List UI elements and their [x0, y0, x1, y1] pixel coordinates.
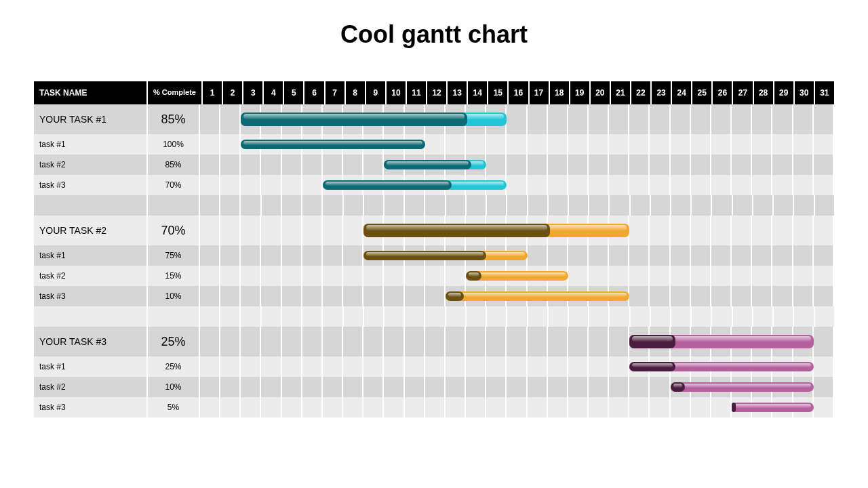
gantt-bar-progress	[323, 180, 452, 190]
gantt-gap-row	[34, 306, 834, 327]
task-pct-cell: 25%	[148, 327, 200, 357]
col-day-13: 13	[448, 81, 468, 104]
gantt-bar-progress	[363, 224, 549, 237]
col-day-28: 28	[754, 81, 774, 104]
gantt-bar	[241, 113, 507, 126]
col-day-20: 20	[591, 81, 611, 104]
task-timeline	[200, 266, 834, 286]
task-pct-cell: 70%	[148, 175, 200, 195]
gantt-child-row: task #215%	[34, 266, 834, 286]
col-day-16: 16	[509, 81, 529, 104]
col-day-3: 3	[243, 81, 264, 104]
gantt-bar-progress	[671, 382, 685, 392]
task-name-cell: task #1	[34, 357, 148, 377]
gantt-parent-row: YOUR TASK #325%	[34, 327, 834, 357]
gantt-bar	[241, 140, 425, 149]
gantt-bar-progress	[466, 271, 481, 281]
col-day-8: 8	[346, 81, 366, 104]
gantt-bar-track	[446, 291, 629, 301]
task-name-cell: task #1	[34, 134, 148, 155]
gantt-child-row: task #175%	[34, 245, 834, 266]
col-day-14: 14	[468, 81, 488, 104]
page-title: Cool gantt chart	[0, 0, 868, 49]
task-pct-cell: 70%	[148, 216, 200, 245]
task-name-cell	[34, 306, 148, 327]
task-timeline	[200, 245, 834, 266]
gantt-child-row: task #125%	[34, 357, 834, 377]
gantt-bar-progress	[732, 403, 736, 412]
col-day-29: 29	[774, 81, 795, 104]
task-timeline	[200, 155, 834, 175]
gantt-parent-row: YOUR TASK #270%	[34, 216, 834, 245]
task-name-cell: task #3	[34, 286, 148, 306]
task-timeline	[200, 357, 834, 377]
gantt-bar-progress	[629, 335, 675, 348]
col-day-1: 1	[203, 81, 223, 104]
task-pct-cell: 75%	[148, 245, 200, 266]
task-timeline	[200, 397, 834, 418]
gantt-bar	[732, 403, 814, 412]
task-pct-cell: 10%	[148, 286, 200, 306]
col-day-18: 18	[550, 81, 570, 104]
gantt-bar	[446, 291, 629, 301]
col-day-10: 10	[387, 81, 407, 104]
task-pct-cell: 85%	[148, 155, 200, 175]
gantt-bar	[629, 335, 813, 348]
gantt-bar-progress	[363, 251, 486, 260]
gantt-child-row: task #210%	[34, 377, 834, 397]
col-task-name: TASK NAME	[34, 81, 148, 104]
gantt-bar	[323, 180, 507, 190]
task-timeline	[200, 104, 834, 134]
gantt-child-row: task #1100%	[34, 134, 834, 155]
col-day-24: 24	[672, 81, 692, 104]
task-timeline	[200, 195, 834, 216]
gantt-bar	[671, 382, 814, 392]
gantt-parent-row: YOUR TASK #185%	[34, 104, 834, 134]
gantt-bar-track	[466, 271, 568, 281]
col-day-31: 31	[815, 81, 834, 104]
gantt-bar	[466, 271, 568, 281]
task-name-cell	[34, 195, 148, 216]
task-name-cell: task #3	[34, 397, 148, 418]
gantt-bar-progress	[446, 291, 464, 301]
col-day-7: 7	[326, 81, 346, 104]
task-name-cell: task #1	[34, 245, 148, 266]
task-timeline	[200, 175, 834, 195]
gantt-child-row: task #35%	[34, 397, 834, 418]
task-pct-cell: 10%	[148, 377, 200, 397]
col-day-22: 22	[631, 81, 652, 104]
task-name-cell: task #2	[34, 266, 148, 286]
col-day-23: 23	[652, 81, 672, 104]
task-name-cell: YOUR TASK #3	[34, 327, 148, 357]
task-name-cell: task #2	[34, 377, 148, 397]
col-day-26: 26	[713, 81, 733, 104]
gantt-bar-progress	[629, 362, 675, 371]
gantt-bar	[363, 224, 629, 237]
task-timeline	[200, 216, 834, 245]
col-day-2: 2	[223, 81, 243, 104]
task-timeline	[200, 377, 834, 397]
col-day-30: 30	[795, 81, 815, 104]
col-day-19: 19	[570, 81, 591, 104]
task-pct-cell: 100%	[148, 134, 200, 155]
col-day-11: 11	[407, 81, 427, 104]
task-pct-cell: 25%	[148, 357, 200, 377]
col-day-6: 6	[304, 81, 325, 104]
gantt-gap-row	[34, 195, 834, 216]
gantt-bar-track	[732, 403, 814, 412]
gantt-bar-track	[671, 382, 814, 392]
gantt-chart: TASK NAME % Complete 1234567891011121314…	[34, 81, 834, 418]
col-pct-complete: % Complete	[148, 81, 203, 104]
task-pct-cell: 5%	[148, 397, 200, 418]
gantt-child-row: task #370%	[34, 175, 834, 195]
task-timeline	[200, 134, 834, 155]
gantt-child-row: task #310%	[34, 286, 834, 306]
task-pct-cell	[148, 195, 200, 216]
col-day-15: 15	[488, 81, 509, 104]
task-name-cell: YOUR TASK #2	[34, 216, 148, 245]
task-pct-cell: 85%	[148, 104, 200, 134]
gantt-bar	[384, 160, 486, 169]
task-pct-cell: 15%	[148, 266, 200, 286]
task-timeline	[200, 327, 834, 357]
gantt-bar	[629, 362, 813, 371]
